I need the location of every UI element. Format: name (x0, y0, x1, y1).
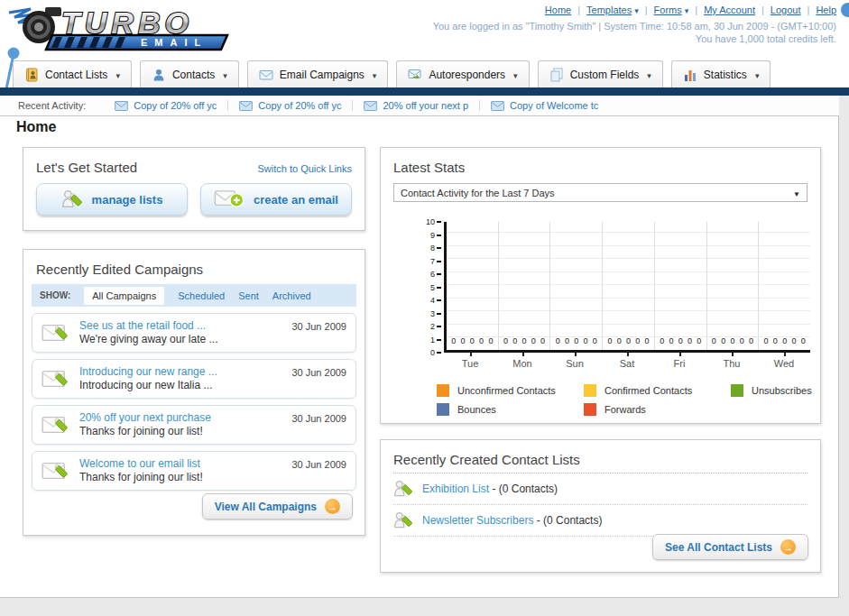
y-axis-tick: 1 (430, 336, 441, 345)
envelope-pencil-icon (42, 413, 70, 437)
legend-swatch (437, 403, 449, 416)
y-axis-tick: 9 (430, 231, 441, 240)
campaign-title-link[interactable]: 20% off your next purchase (79, 411, 282, 425)
top-link-templates[interactable]: Templates (586, 5, 639, 15)
turbo-email-logo[interactable]: TURBO EMAIL (5, 2, 242, 54)
chevron-down-icon (753, 69, 760, 81)
nav-tab-label: Autoresponders (429, 69, 505, 81)
recent-activity-text: 20% off your next p (383, 100, 468, 111)
latest-stats-title: Latest Stats (381, 148, 820, 175)
chevron-down-icon (645, 69, 651, 81)
campaign-list-item[interactable]: See us at the retail food ...We're givin… (32, 313, 356, 353)
nav-tab-label: Email Campaigns (280, 69, 365, 81)
bar-value-label: 0 (801, 336, 806, 345)
arrow-right-icon (780, 539, 796, 555)
chart-day-group: 00000 (655, 222, 707, 350)
bar-value-label: 0 (488, 336, 493, 345)
chart-day-group: 00000 (499, 222, 551, 350)
tab-sent[interactable]: Sent (238, 290, 259, 301)
top-link-logout[interactable]: Logout (771, 5, 801, 15)
nav-tab-email-campaigns[interactable]: Email Campaigns (247, 60, 389, 87)
campaign-date: 30 Jun 2009 (291, 365, 346, 378)
recent-activity-item[interactable]: Copy of Welcome tc (480, 100, 609, 111)
y-axis-tick: 6 (430, 270, 441, 279)
x-axis-label: Thu (706, 353, 758, 369)
campaign-list-item[interactable]: Welcome to our email listThanks for join… (32, 451, 356, 491)
divider (807, 5, 810, 15)
legend-item: Bounces (437, 403, 577, 416)
documents-icon (549, 68, 564, 82)
envelope-icon (364, 101, 377, 111)
nav-tab-label: Contacts (172, 69, 215, 81)
recent-activity-text: Copy of Welcome tc (510, 100, 598, 111)
bar-value-label: 0 (461, 336, 466, 345)
recent-activity-item[interactable]: Copy of 20% off yc (228, 100, 353, 111)
x-axis-label: Sun (549, 353, 601, 369)
nav-tab-contacts[interactable]: Contacts (140, 60, 239, 87)
bar-value-label: 0 (617, 336, 622, 345)
nav-tab-statistics[interactable]: Statistics (671, 60, 771, 87)
bar-value-label: 0 (451, 336, 456, 345)
chart-y-axis: 012345678910 (420, 222, 442, 353)
legend-item: Unsubscribes (731, 384, 812, 397)
nav-tab-autoresponders[interactable]: Autoresponders (396, 60, 529, 87)
campaign-title-link[interactable]: Welcome to our email list (79, 457, 282, 471)
envelope-pencil-icon (42, 321, 70, 345)
divider (761, 5, 764, 15)
view-all-campaigns-button[interactable]: View All Campaigns (202, 493, 353, 519)
bar-value-label: 0 (512, 336, 517, 345)
campaign-date: 30 Jun 2009 (291, 457, 346, 470)
tab-scheduled[interactable]: Scheduled (178, 290, 225, 301)
see-all-contact-lists-button[interactable]: See All Contact Lists (652, 534, 808, 560)
create-email-button[interactable]: create an email (200, 183, 352, 216)
top-link-home[interactable]: Home (545, 5, 571, 15)
app-window: TURBO EMAIL Home Templates Forms (0, 0, 849, 616)
logo-sub-text: EMAIL (141, 37, 208, 48)
campaign-list-item[interactable]: 20% off your next purchaseThanks for joi… (32, 405, 356, 445)
y-axis-tick: 4 (430, 296, 441, 305)
bar-value-label: 0 (479, 336, 484, 345)
bar-value-label: 0 (721, 336, 725, 345)
chart-day-group: 00000 (707, 222, 760, 350)
divider (645, 5, 648, 15)
bar-value-label: 0 (503, 336, 508, 345)
corner-dot-decoration (841, 3, 849, 17)
top-link-forms[interactable]: Forms (654, 5, 689, 15)
stats-period-select[interactable]: Contact Activity for the Last 7 Days (393, 183, 807, 202)
top-link-my-account[interactable]: My Account (704, 5, 755, 15)
envelope-plus-icon (214, 189, 245, 209)
latest-stats-panel: Latest Stats Contact Activity for the La… (380, 147, 821, 424)
contact-list-name-link[interactable]: Newsletter Subscribers (422, 514, 533, 527)
y-axis-tick: 5 (430, 283, 441, 292)
contact-list-item[interactable]: Exhibition List - (0 Contacts) (393, 473, 807, 505)
manage-lists-button[interactable]: manage lists (36, 183, 188, 216)
recent-activity-item[interactable]: 20% off your next p (353, 100, 480, 111)
nav-tab-contact-lists[interactable]: Contact Lists (13, 60, 132, 87)
bar-value-label: 0 (773, 336, 778, 345)
campaign-title-link[interactable]: Introducing our new range ... (79, 365, 282, 379)
x-axis-label: Tue (444, 353, 496, 369)
contact-list-item[interactable]: Newsletter Subscribers - (0 Contacts) (393, 505, 807, 537)
top-link-help[interactable]: Help (816, 5, 836, 15)
campaign-title-link[interactable]: See us at the retail food ... (79, 319, 282, 333)
x-axis-label: Mon (496, 353, 549, 369)
tab-all-campaigns[interactable]: All Campaigns (84, 287, 164, 305)
legend-label: Bounces (457, 404, 496, 415)
bar-value-label: 0 (470, 336, 475, 345)
campaign-subtitle: Thanks for joining our list! (79, 425, 282, 438)
bar-value-label: 0 (712, 336, 716, 345)
nav-tab-custom-fields[interactable]: Custom Fields (538, 60, 663, 87)
bar-value-label: 0 (540, 336, 545, 345)
bar-value-label: 0 (645, 336, 650, 345)
contact-list-name-link[interactable]: Exhibition List (422, 483, 489, 495)
chevron-down-icon (114, 69, 120, 81)
contact-list-detail: - (0 Contacts) (492, 483, 558, 495)
turbo-logo-graphic: TURBO EMAIL (5, 2, 242, 54)
campaign-list-item[interactable]: Introducing our new range ...Introducing… (32, 359, 356, 399)
bar-value-label: 0 (593, 336, 597, 345)
bar-value-label: 0 (740, 336, 744, 345)
recent-activity-item[interactable]: Copy of 20% off yc (104, 100, 228, 111)
tab-archived[interactable]: Archived (272, 290, 311, 301)
switch-quick-links[interactable]: Switch to Quick Links (257, 163, 352, 174)
bar-value-label: 0 (522, 336, 527, 345)
